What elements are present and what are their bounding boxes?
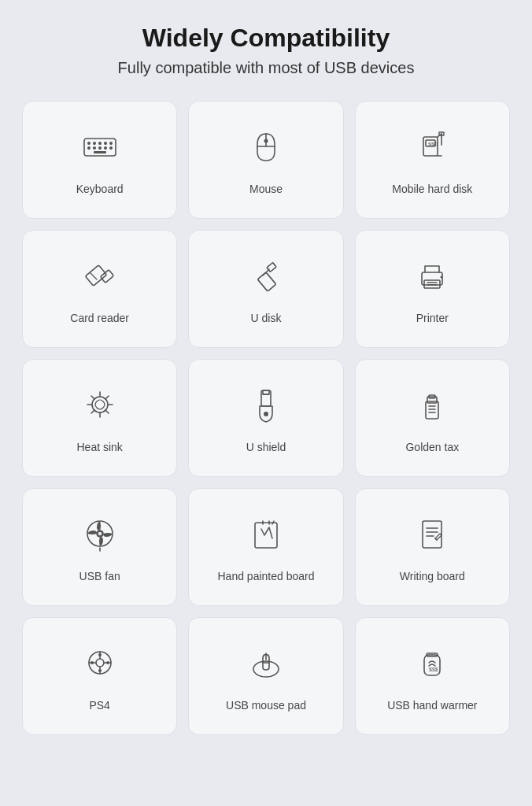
card-golden-tax: Golden tax bbox=[355, 359, 510, 477]
u-disk-label: U disk bbox=[251, 311, 282, 327]
svg-text:$$$: $$$ bbox=[429, 667, 438, 672]
card-printer: Printer bbox=[355, 230, 510, 348]
svg-rect-23 bbox=[100, 269, 113, 283]
svg-point-65 bbox=[96, 659, 104, 667]
svg-point-3 bbox=[93, 142, 94, 144]
svg-rect-12 bbox=[94, 151, 106, 153]
usb-hand-warmer-icon: $$$ bbox=[412, 642, 453, 689]
svg-point-70 bbox=[98, 653, 102, 656]
usb-fan-icon bbox=[79, 513, 120, 560]
usb-mouse-pad-icon bbox=[246, 642, 286, 689]
svg-point-7 bbox=[87, 147, 89, 149]
card-u-shield: U shield bbox=[188, 359, 343, 477]
svg-rect-77 bbox=[424, 655, 440, 675]
svg-line-38 bbox=[91, 396, 94, 399]
page-header: Widely Compatibility Fully compatible wi… bbox=[118, 24, 415, 77]
heat-sink-icon bbox=[79, 384, 120, 431]
mouse-label: Mouse bbox=[249, 182, 283, 198]
mobile-hard-disk-icon: SSD bbox=[412, 126, 453, 172]
writing-board-icon bbox=[412, 513, 453, 560]
device-grid: Keyboard Mouse SSD Mobile bbox=[22, 101, 510, 735]
printer-icon bbox=[412, 255, 453, 301]
svg-rect-46 bbox=[426, 401, 438, 419]
golden-tax-label: Golden tax bbox=[405, 440, 459, 456]
svg-point-74 bbox=[253, 661, 279, 677]
card-u-disk: U disk bbox=[188, 230, 343, 348]
svg-text:SSD: SSD bbox=[428, 141, 438, 146]
usb-fan-label: USB fan bbox=[79, 569, 120, 585]
page-subtitle: Fully compatible with most of USB device… bbox=[118, 59, 415, 77]
svg-point-5 bbox=[104, 142, 105, 144]
card-usb-hand-warmer: $$$ USB hand warmer bbox=[355, 617, 510, 735]
svg-point-73 bbox=[106, 661, 109, 664]
svg-line-40 bbox=[105, 396, 108, 399]
ps4-icon bbox=[79, 642, 120, 689]
card-reader-icon bbox=[79, 255, 120, 301]
card-ps4: PS4 bbox=[22, 617, 177, 735]
svg-point-9 bbox=[98, 147, 100, 149]
card-reader-label: Card reader bbox=[70, 311, 129, 327]
svg-point-72 bbox=[91, 661, 94, 664]
card-mobile-hard-disk: SSD Mobile hard disk bbox=[355, 101, 510, 219]
mobile-hard-disk-label: Mobile hard disk bbox=[392, 182, 472, 198]
svg-point-6 bbox=[109, 142, 111, 144]
usb-mouse-pad-label: USB mouse pad bbox=[226, 698, 306, 714]
svg-rect-29 bbox=[424, 280, 440, 288]
printer-label: Printer bbox=[416, 311, 449, 327]
card-hand-painted-board: Hand painted board bbox=[188, 488, 343, 606]
svg-rect-22 bbox=[85, 265, 106, 286]
ps4-label: PS4 bbox=[89, 698, 109, 714]
mouse-icon bbox=[246, 126, 286, 172]
svg-point-2 bbox=[87, 142, 89, 144]
svg-point-71 bbox=[98, 669, 102, 672]
writing-board-label: Writing board bbox=[400, 569, 465, 585]
keyboard-icon bbox=[79, 126, 120, 172]
svg-point-15 bbox=[264, 139, 268, 142]
usb-hand-warmer-label: USB hand warmer bbox=[387, 698, 477, 714]
hand-painted-board-icon bbox=[246, 513, 286, 560]
card-keyboard: Keyboard bbox=[22, 101, 177, 219]
u-disk-icon bbox=[246, 255, 286, 301]
page-title: Widely Compatibility bbox=[118, 24, 415, 53]
card-heat-sink: Heat sink bbox=[22, 359, 177, 477]
svg-line-41 bbox=[91, 410, 94, 413]
svg-rect-25 bbox=[257, 272, 276, 291]
svg-line-24 bbox=[91, 273, 97, 279]
svg-point-4 bbox=[98, 142, 100, 144]
golden-tax-icon bbox=[412, 384, 453, 431]
svg-point-45 bbox=[264, 412, 268, 416]
svg-point-10 bbox=[104, 147, 105, 149]
svg-point-8 bbox=[93, 147, 94, 149]
svg-point-54 bbox=[98, 531, 102, 536]
card-usb-mouse-pad: USB mouse pad bbox=[188, 617, 343, 735]
heat-sink-label: Heat sink bbox=[76, 440, 122, 456]
keyboard-label: Keyboard bbox=[76, 182, 124, 198]
svg-point-30 bbox=[441, 275, 443, 278]
hand-painted-board-label: Hand painted board bbox=[217, 569, 314, 585]
u-shield-label: U shield bbox=[246, 440, 286, 456]
card-card-reader: Card reader bbox=[22, 230, 177, 348]
u-shield-icon bbox=[246, 384, 286, 431]
svg-line-63 bbox=[435, 538, 437, 540]
svg-line-39 bbox=[105, 410, 108, 413]
card-mouse: Mouse bbox=[188, 101, 343, 219]
svg-rect-56 bbox=[255, 523, 277, 548]
card-writing-board: Writing board bbox=[355, 488, 510, 606]
svg-point-11 bbox=[109, 147, 111, 149]
card-usb-fan: USB fan bbox=[22, 488, 177, 606]
